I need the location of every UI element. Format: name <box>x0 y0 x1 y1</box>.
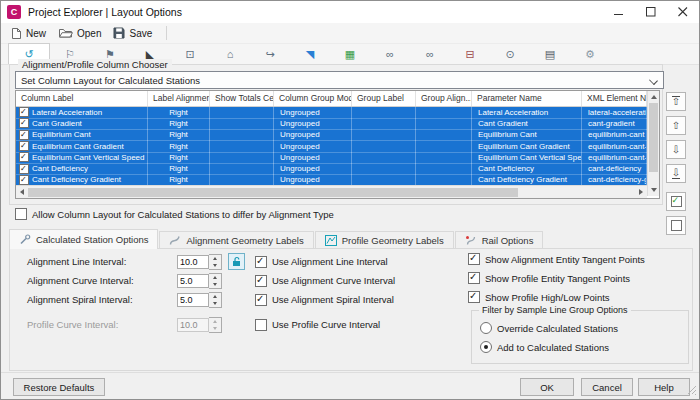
row-checkbox[interactable] <box>19 130 29 140</box>
profile-curve-interval-row: Profile Curve Interval: Use Profile Curv… <box>27 316 380 333</box>
move-down-button[interactable]: ⇩ <box>666 140 686 159</box>
filter-sample-line-group: Filter by Sample Line Group Options Over… <box>471 310 689 364</box>
override-stations-row: Override Calculated Stations <box>480 322 618 334</box>
scroll-down-icon[interactable] <box>651 188 657 192</box>
table-row[interactable]: Equilibrium Cant Gradient Right Ungroupe… <box>16 141 659 152</box>
row-checkbox[interactable] <box>19 118 29 128</box>
cancel-button[interactable]: Cancel <box>581 378 633 396</box>
save-icon <box>113 27 125 39</box>
allow-layout-checkbox[interactable] <box>15 208 27 220</box>
alignment-curve-interval-input[interactable] <box>177 274 209 288</box>
scroll-right-icon[interactable] <box>639 189 643 195</box>
file-toolbar: New Open Save <box>1 23 699 44</box>
use-alignment-line-checkbox[interactable] <box>255 256 267 268</box>
profile-curve-interval-stepper[interactable] <box>209 317 222 333</box>
station-marker-icon[interactable]: ⊡ <box>170 45 210 64</box>
profile-icon <box>325 235 337 246</box>
filter-group-title: Filter by Sample Line Group Options <box>479 305 631 315</box>
move-up-button[interactable]: ⇧ <box>666 116 686 135</box>
vertical-scrollbar[interactable] <box>647 91 659 196</box>
alignment-spiral-interval-input[interactable] <box>177 293 209 307</box>
uncheck-all-icon <box>671 220 682 231</box>
maximize-button[interactable] <box>635 1 667 23</box>
restore-defaults-button[interactable]: Restore Defaults <box>13 378 105 396</box>
save-button[interactable]: Save <box>111 26 158 40</box>
corner-grip-icon[interactable]: ◥ <box>290 45 330 64</box>
alignment-spiral-interval-stepper[interactable] <box>209 292 222 308</box>
header-column-label: Column Label <box>16 91 148 106</box>
help-button[interactable]: Help <box>638 378 690 396</box>
add-stations-row: Add to Calculated Stations <box>480 341 609 353</box>
header-group-mode: Column Group Mode <box>274 91 352 106</box>
circle-ref-icon[interactable]: ⊙ <box>490 45 530 64</box>
row-checkbox[interactable] <box>19 175 29 185</box>
check-all-button[interactable] <box>666 192 686 211</box>
move-bottom-button[interactable]: ⇩ <box>666 164 686 183</box>
add-stations-radio[interactable] <box>480 341 492 353</box>
table-row[interactable]: Cant Deficiency Right Ungrouped Cant Def… <box>16 163 659 174</box>
column-layout-dropdown[interactable]: Set Column Layout for Calculated Station… <box>15 71 664 89</box>
uncheck-all-button[interactable] <box>666 216 686 235</box>
scroll-up-icon[interactable] <box>651 95 657 99</box>
row-checkbox[interactable] <box>19 141 29 151</box>
toolbar-separator <box>166 26 167 40</box>
tab-profile-geometry-labels[interactable]: Profile Geometry Labels <box>315 231 454 249</box>
move-top-button[interactable]: ⇧ <box>666 92 686 111</box>
alignment-line-interval-stepper[interactable] <box>209 254 222 270</box>
report-chart-icon[interactable]: ▦ <box>330 45 370 64</box>
close-button[interactable] <box>667 1 699 23</box>
layout-options-dialog: C Project Explorer | Layout Options New … <box>0 0 700 400</box>
scroll-left-icon[interactable] <box>20 189 24 195</box>
alignment-curve-interval-stepper[interactable] <box>209 273 222 289</box>
use-profile-curve-interval: Use Profile Curve Interval <box>255 319 380 331</box>
table-icon[interactable]: ▤ <box>530 45 570 64</box>
use-alignment-curve-interval: Use Alignment Curve Interval <box>255 275 395 287</box>
tab-alignment-geometry-labels[interactable]: Alignment Geometry Labels <box>159 231 313 249</box>
show-alignment-tangent-checkbox[interactable] <box>468 253 480 265</box>
alignment-curve-interval-row: Alignment Curve Interval: Use Alignment … <box>27 272 395 289</box>
show-profile-tangent-checkbox[interactable] <box>468 272 480 284</box>
open-button[interactable]: Open <box>56 26 107 40</box>
header-group-align: Group Align... <box>416 91 472 106</box>
table-row[interactable]: Lateral Acceleration Right Ungrouped Lat… <box>16 107 659 118</box>
curve-arrow-icon[interactable]: ↪ <box>250 45 290 64</box>
parcel-icon[interactable]: ⌂ <box>210 45 250 64</box>
pipe-network-icon[interactable]: ∞ <box>370 45 410 64</box>
header-label-alignment: Label Alignment <box>148 91 210 106</box>
horizontal-scroll-thumb[interactable] <box>28 188 518 197</box>
show-profile-highlow-checkbox[interactable] <box>468 291 480 303</box>
use-profile-curve-checkbox[interactable] <box>255 319 267 331</box>
pressure-network-icon[interactable]: ∞ <box>410 45 450 64</box>
row-checkbox[interactable] <box>19 164 29 174</box>
new-button[interactable]: New <box>9 26 52 41</box>
use-alignment-curve-checkbox[interactable] <box>255 275 267 287</box>
wrench-icon[interactable]: ⚙ <box>570 45 610 64</box>
ok-button[interactable]: OK <box>520 378 574 396</box>
use-alignment-line-interval: Use Alignment Line Interval <box>255 256 388 268</box>
table-row[interactable]: Cant Gradient Right Ungrouped Cant Gradi… <box>16 118 659 129</box>
row-checkbox[interactable] <box>19 107 29 117</box>
override-stations-radio[interactable] <box>480 322 492 334</box>
horizontal-scrollbar[interactable] <box>16 185 647 198</box>
use-alignment-spiral-checkbox[interactable] <box>255 294 267 306</box>
lock-button[interactable] <box>228 253 245 270</box>
window-title: Project Explorer | Layout Options <box>28 6 182 18</box>
column-table: Column Label Label Alignment Show Totals… <box>15 90 660 199</box>
tab-calculated-station-options[interactable]: Calculated Station Options <box>9 229 158 249</box>
alignment-line-interval-input[interactable] <box>177 255 209 269</box>
show-alignment-tangent-row: Show Alignment Entity Tangent Points <box>468 253 645 265</box>
table-row[interactable]: Equilibrium Cant Vertical Speed Right Un… <box>16 152 659 163</box>
table-row[interactable]: Equilibrium Cant Right Ungrouped Equilib… <box>16 130 659 141</box>
minimize-button[interactable] <box>603 1 635 23</box>
show-profile-highlow-row: Show Profile High/Low Points <box>468 291 610 303</box>
station-range-icon[interactable]: ⊟ <box>450 45 490 64</box>
profile-curve-interval-input[interactable] <box>177 318 209 332</box>
app-icon: C <box>7 5 21 19</box>
tab-rail-options[interactable]: Rail Options <box>455 231 544 249</box>
resize-grip[interactable] <box>688 386 697 397</box>
move-bottom-icon: ⇩ <box>672 168 680 179</box>
vertical-scroll-thumb[interactable] <box>649 103 658 172</box>
move-down-icon: ⇩ <box>672 145 680 155</box>
group-title: Alignment/Profile Column Chooser <box>18 59 172 70</box>
row-checkbox[interactable] <box>19 152 29 162</box>
